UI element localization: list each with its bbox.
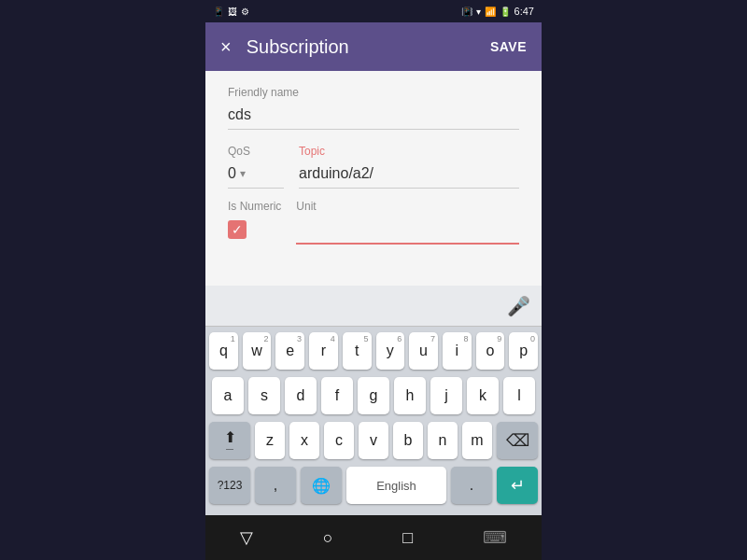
key-g[interactable]: g: [358, 377, 389, 414]
unit-input[interactable]: [296, 217, 519, 245]
save-button[interactable]: SAVE: [490, 39, 527, 54]
key-w[interactable]: 2w: [243, 332, 272, 370]
key-u[interactable]: 7u: [409, 332, 438, 370]
numeric-switch-key[interactable]: ?123: [209, 467, 250, 504]
key-l[interactable]: l: [503, 377, 535, 414]
backspace-key[interactable]: ⌫: [497, 422, 538, 459]
unit-label: Unit: [296, 200, 519, 213]
key-j[interactable]: j: [430, 377, 462, 414]
is-numeric-label: Is Numeric: [228, 200, 281, 213]
home-nav-icon[interactable]: ○: [323, 528, 333, 548]
key-b[interactable]: b: [393, 422, 423, 459]
qos-topic-row: QoS 0 ▾ Topic: [228, 145, 519, 189]
status-bar-left: 📱 🖼 ⚙: [213, 7, 249, 17]
key-a[interactable]: a: [212, 377, 244, 414]
period-key[interactable]: .: [451, 467, 492, 504]
keyboard-row-3: ⬆— z x c v b n m ⌫: [209, 422, 538, 459]
keyboard: 1q 2w 3e 4r 5t 6y 7u 8i 9o 0p a s d f g …: [205, 327, 542, 515]
key-q[interactable]: 1q: [209, 332, 238, 370]
key-m[interactable]: m: [462, 422, 492, 459]
phone-container: 📱 🖼 ⚙ 📳 ▾ 📶 🔋 6:47 × Subscription SAVE F…: [205, 0, 542, 560]
close-button[interactable]: ×: [220, 36, 232, 58]
status-bar-right: 📳 ▾ 📶 🔋 6:47: [461, 6, 534, 17]
key-v[interactable]: v: [359, 422, 388, 459]
status-bar: 📱 🖼 ⚙ 📳 ▾ 📶 🔋 6:47: [205, 0, 542, 22]
key-f[interactable]: f: [321, 377, 353, 414]
enter-key[interactable]: ↵: [497, 467, 538, 504]
nav-bar: ▽ ○ □ ⌨: [205, 515, 542, 560]
key-n[interactable]: n: [428, 422, 458, 459]
keyboard-row-2: a s d f g h j k l: [209, 377, 538, 414]
microphone-icon[interactable]: 🎤: [507, 295, 530, 317]
checkmark-icon: ✓: [232, 222, 243, 237]
topic-label: Topic: [299, 145, 519, 158]
qos-label: QoS: [228, 145, 284, 158]
friendly-name-input[interactable]: [228, 103, 519, 130]
settings-icon: ⚙: [241, 7, 249, 17]
qos-select[interactable]: 0 ▾: [228, 161, 284, 189]
key-z[interactable]: z: [255, 422, 285, 459]
key-c[interactable]: c: [324, 422, 354, 459]
is-numeric-checkbox[interactable]: ✓: [228, 220, 247, 239]
key-x[interactable]: x: [289, 422, 319, 459]
app-bar-title: Subscription: [247, 36, 490, 58]
image-icon: 🖼: [228, 7, 237, 17]
friendly-name-label: Friendly name: [228, 86, 519, 99]
signal-icon: 📶: [485, 7, 496, 17]
key-t[interactable]: 5t: [343, 332, 372, 370]
key-p[interactable]: 0p: [509, 332, 538, 370]
wifi-icon: ▾: [476, 7, 481, 17]
qos-value: 0: [228, 165, 236, 182]
key-i[interactable]: 8i: [443, 332, 472, 370]
key-r[interactable]: 4r: [309, 332, 338, 370]
recent-nav-icon[interactable]: □: [402, 528, 413, 548]
shift-key[interactable]: ⬆—: [209, 422, 250, 459]
qos-group: QoS 0 ▾: [228, 145, 284, 189]
globe-key[interactable]: 🌐: [301, 467, 342, 504]
key-e[interactable]: 3e: [275, 332, 304, 370]
app-bar: × Subscription SAVE: [205, 22, 542, 71]
time-display: 6:47: [514, 6, 534, 17]
space-key[interactable]: English: [346, 467, 446, 504]
key-k[interactable]: k: [467, 377, 499, 414]
key-h[interactable]: h: [394, 377, 426, 414]
key-o[interactable]: 9o: [476, 332, 505, 370]
unit-group: Unit: [296, 200, 519, 245]
keyboard-row-4: ?123 , 🌐 English . ↵: [209, 467, 538, 504]
key-y[interactable]: 6y: [376, 332, 405, 370]
battery-icon: 🔋: [500, 7, 511, 17]
content-area: Friendly name QoS 0 ▾ Topic Is Numeric ✓: [205, 71, 542, 286]
vibrate-icon: 📳: [461, 7, 472, 17]
key-d[interactable]: d: [285, 377, 317, 414]
keyboard-toolbar: 🎤: [205, 286, 542, 327]
numeric-group: Is Numeric ✓: [228, 200, 281, 239]
topic-input[interactable]: [299, 161, 519, 189]
keyboard-nav-icon[interactable]: ⌨: [483, 527, 507, 548]
numeric-unit-row: Is Numeric ✓ Unit: [228, 200, 519, 245]
back-nav-icon[interactable]: ▽: [240, 527, 253, 548]
qos-dropdown-icon: ▾: [240, 167, 246, 180]
comma-key[interactable]: ,: [255, 467, 296, 504]
sim-icon: 📱: [213, 7, 224, 17]
keyboard-row-1: 1q 2w 3e 4r 5t 6y 7u 8i 9o 0p: [209, 332, 538, 370]
topic-group: Topic: [299, 145, 519, 189]
key-s[interactable]: s: [248, 377, 280, 414]
